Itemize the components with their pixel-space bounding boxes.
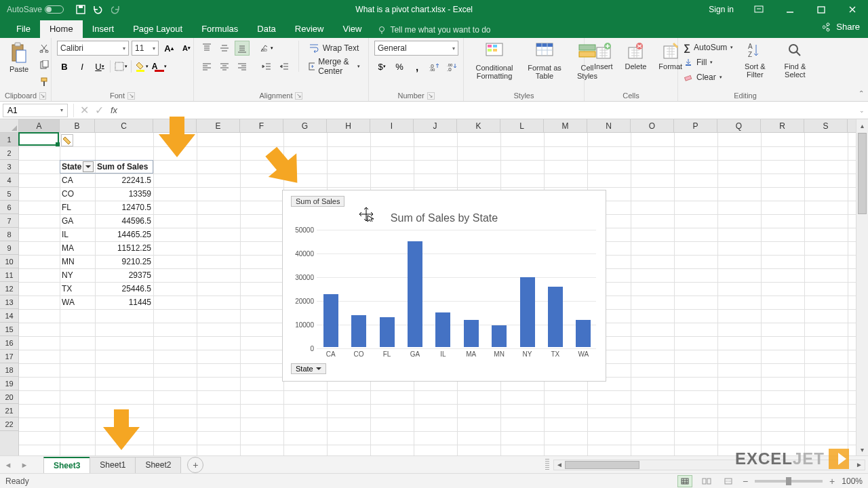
accounting-format-icon[interactable]: $▾ [374,59,389,74]
decrease-indent-icon[interactable] [259,59,274,74]
align-middle-icon[interactable] [217,41,232,56]
column-header[interactable]: C [95,119,153,132]
cell[interactable]: MN [60,255,95,268]
chart-bar[interactable] [464,320,479,347]
chart-bar[interactable] [408,241,422,347]
align-right-icon[interactable] [235,59,250,74]
cancel-formula-icon[interactable]: ✕ [77,103,92,118]
sheet-tab[interactable]: Sheet3 [43,457,90,473]
increase-decimal-icon[interactable]: .0.00 [427,59,442,74]
share-button[interactable]: Share [823,22,860,32]
expand-formula-icon[interactable]: ⌄ [856,107,868,114]
smart-tag-icon[interactable] [61,134,73,146]
align-top-icon[interactable] [199,41,214,56]
page-break-view-icon[interactable] [721,475,736,487]
sheet-nav-next-icon[interactable]: ► [16,461,33,469]
paste-button[interactable]: Paste [5,41,33,75]
tab-insert[interactable]: Insert [83,20,124,38]
row-header[interactable]: 18 [0,363,18,377]
save-icon[interactable] [76,5,85,14]
column-header[interactable]: O [631,119,674,132]
chart-bar[interactable] [520,277,535,347]
chart-bar[interactable] [380,317,395,347]
column-header[interactable]: R [761,119,804,132]
tab-review[interactable]: Review [285,20,334,38]
tab-view[interactable]: View [333,20,371,38]
format-painter-icon[interactable] [37,75,52,89]
cell[interactable]: GA [60,214,95,228]
dialog-launcher-icon[interactable]: ↘ [427,92,435,100]
row-header[interactable]: 2 [0,146,18,160]
fill-button[interactable]: Fill▾ [684,56,733,69]
percent-format-icon[interactable]: % [392,59,407,74]
cell[interactable]: 22241.5 [95,174,153,187]
sort-filter-button[interactable]: AZSort & Filter [737,41,772,80]
column-header[interactable]: Q [717,119,761,132]
row-header[interactable]: 5 [0,187,18,201]
align-left-icon[interactable] [199,59,214,74]
font-color-icon[interactable]: A▾ [152,59,167,74]
cell[interactable]: 9210.25 [95,255,153,268]
normal-view-icon[interactable] [677,475,692,487]
font-size-combo[interactable]: 11▾ [132,41,159,56]
pivot-chart[interactable]: Sum of SalesSum of Sales by State0100002… [282,190,606,382]
delete-cells-button[interactable]: Delete [621,41,651,72]
cell[interactable]: TX [60,282,95,296]
cell[interactable]: FL [60,201,95,214]
grow-font-icon[interactable]: A▴ [161,41,176,56]
row-header[interactable]: 13 [0,296,18,309]
pivot-filter-dropdown[interactable] [83,161,94,172]
row-header[interactable]: 4 [0,174,18,187]
ribbon-display-icon[interactable] [743,0,774,19]
row-header[interactable]: 8 [0,228,18,241]
column-header[interactable]: I [370,119,414,132]
cut-icon[interactable] [37,41,52,56]
autosave-toggle[interactable]: AutoSave [0,5,71,14]
comma-format-icon[interactable]: , [410,59,425,74]
dialog-launcher-icon[interactable]: ↘ [39,92,46,100]
column-header[interactable]: H [327,119,370,132]
conditional-formatting-button[interactable]: Conditional Formatting [469,41,519,81]
cell[interactable]: WA [60,296,95,309]
decrease-decimal-icon[interactable]: .00.0 [445,59,460,74]
autosum-button[interactable]: ∑AutoSum▾ [684,41,733,54]
tab-splitter[interactable] [545,459,549,471]
cell[interactable]: 12470.5 [95,201,153,214]
row-header[interactable]: 10 [0,255,18,268]
chart-bar[interactable] [576,320,591,347]
tab-home[interactable]: Home [40,20,83,38]
column-header[interactable]: G [283,119,327,132]
chart-bar[interactable] [548,287,563,347]
cell[interactable]: NY [60,268,95,282]
row-header[interactable]: 12 [0,282,18,296]
column-header[interactable]: D [153,119,197,132]
cell[interactable]: 11512.25 [95,241,153,255]
column-header[interactable]: P [674,119,717,132]
cell[interactable]: 44596.5 [95,214,153,228]
enter-formula-icon[interactable]: ✓ [92,103,106,118]
active-cell[interactable] [18,132,59,146]
tab-page-layout[interactable]: Page Layout [123,20,192,38]
column-header[interactable]: B [60,119,95,132]
fx-icon[interactable]: fx [106,103,121,118]
row-header[interactable]: 14 [0,309,18,323]
column-header[interactable]: M [544,119,587,132]
format-as-table-button[interactable]: Format as Table [524,41,566,81]
row-header[interactable]: 17 [0,350,18,363]
insert-cells-button[interactable]: Insert [590,41,617,72]
borders-icon[interactable]: ▾ [113,59,128,74]
chart-bar[interactable] [323,294,338,347]
close-icon[interactable] [837,0,868,19]
row-header[interactable]: 15 [0,323,18,336]
cell[interactable]: 14465.25 [95,228,153,241]
cell[interactable]: 29375 [95,268,153,282]
row-header[interactable]: 6 [0,201,18,214]
tab-formulas[interactable]: Formulas [192,20,248,38]
bold-icon[interactable]: B [57,59,72,74]
row-header[interactable]: 3 [0,160,18,174]
minimize-icon[interactable] [774,0,806,19]
row-header[interactable]: 19 [0,377,18,390]
cell[interactable]: CO [60,187,95,201]
align-center-icon[interactable] [217,59,232,74]
tab-data[interactable]: Data [248,20,285,38]
